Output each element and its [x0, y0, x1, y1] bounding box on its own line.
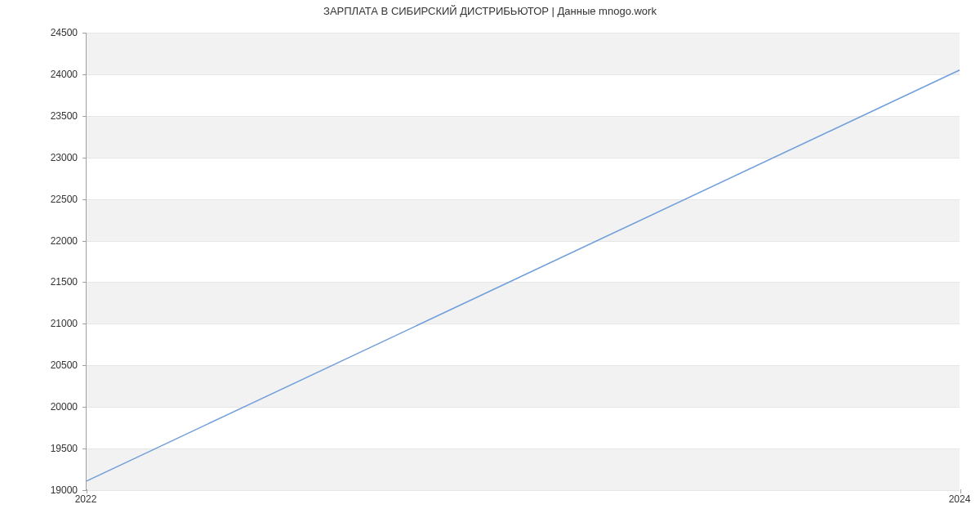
data-line — [87, 70, 960, 481]
y-tick-label: 22500 — [51, 194, 78, 205]
y-tick — [82, 407, 87, 408]
y-tick — [82, 324, 87, 324]
y-tick-label: 19000 — [51, 484, 78, 496]
y-tick — [82, 74, 87, 75]
y-tick — [82, 199, 87, 200]
y-tick-label: 21500 — [51, 276, 78, 288]
y-tick-label: 20500 — [51, 359, 78, 371]
chart-container: ЗАРПЛАТА В СИБИРСКИЙ ДИСТРИБЬЮТОР | Данн… — [0, 0, 980, 531]
x-tick-label: 2024 — [949, 493, 971, 505]
x-tick-label: 2022 — [75, 493, 97, 505]
y-tick — [82, 241, 87, 242]
y-tick — [82, 448, 87, 449]
y-tick — [82, 282, 87, 283]
y-tick-label: 21000 — [51, 318, 78, 329]
y-tick — [82, 116, 87, 117]
y-tick — [82, 158, 87, 158]
y-tick-label: 23000 — [51, 152, 78, 163]
line-series — [87, 33, 960, 489]
plot-area — [86, 33, 960, 490]
y-tick-label: 24500 — [51, 27, 78, 38]
y-tick-label: 23500 — [51, 110, 78, 122]
y-tick — [82, 33, 87, 33]
y-tick-label: 22000 — [51, 235, 78, 247]
y-tick-label: 19500 — [51, 443, 78, 454]
gridline — [87, 490, 960, 491]
y-tick — [82, 365, 87, 366]
chart-title: ЗАРПЛАТА В СИБИРСКИЙ ДИСТРИБЬЮТОР | Данн… — [0, 5, 980, 17]
y-tick-label: 24000 — [51, 69, 78, 80]
y-tick-label: 20000 — [51, 401, 78, 413]
